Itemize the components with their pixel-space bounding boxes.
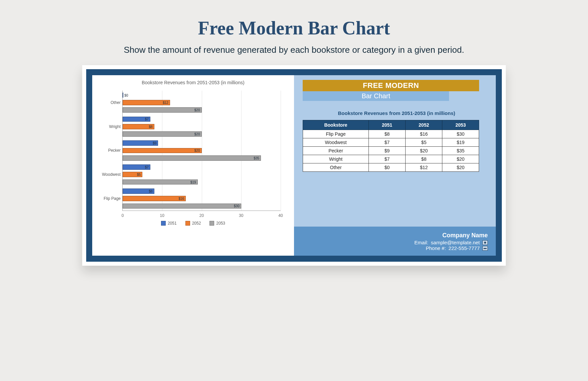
legend-item-2051: 2051	[161, 221, 177, 226]
table-cell: $19	[442, 138, 479, 147]
category-group: Wright$7$8$20	[123, 115, 281, 139]
bar: $5	[123, 172, 142, 177]
table-title: Bookstore Revenues from 2051-2053 (in mi…	[303, 110, 490, 116]
x-tick-label: 40	[278, 213, 283, 218]
table-cell: Wright	[303, 155, 369, 163]
y-axis-label: Woodwest	[97, 172, 121, 177]
table-row: Other$0$12$20	[303, 163, 479, 172]
chart-plot: 010203040Other$0$12$20Wright$7$8$20Pecke…	[96, 87, 291, 228]
category-group: Pecker$9$20$35	[123, 139, 281, 163]
table-cell: $9	[369, 147, 406, 155]
bar-set: $9$20$35	[123, 140, 281, 160]
legend-item-2052: 2052	[185, 221, 201, 226]
category-group: Other$0$12$20	[123, 91, 281, 115]
bar-wrap: $7	[123, 164, 281, 170]
bar: $9	[123, 140, 158, 146]
table-cell: $35	[442, 147, 479, 155]
x-tick-label: 0	[122, 213, 124, 218]
col-2052: 2052	[406, 120, 442, 130]
table-header-row: Bookstore 2051 2052 2053	[303, 120, 479, 130]
table-cell: $8	[406, 155, 442, 163]
col-2053: 2053	[442, 120, 479, 130]
bar-value-label: $0	[124, 93, 128, 97]
info-top: FREE MODERN Bar Chart Bookstore Revenues…	[294, 75, 496, 176]
chart-panel: Bookstore Revenues from 2051-2053 (in mi…	[92, 75, 294, 256]
subtitle-stripe: Bar Chart	[303, 91, 449, 101]
bar: $19	[123, 179, 198, 185]
bar-set: $7$5$19	[123, 164, 281, 184]
table-cell: Woodwest	[303, 138, 369, 147]
table-cell: $20	[406, 147, 442, 155]
page-subtitle: Show the amount of revenue generated by …	[0, 45, 588, 55]
table-cell: $5	[406, 138, 442, 147]
bar: $7	[123, 164, 150, 170]
table-cell: $7	[369, 155, 406, 163]
bar-wrap: $35	[123, 155, 281, 161]
bar-wrap: $9	[123, 140, 281, 146]
phone-label: Phone #:	[426, 245, 446, 251]
table-row: Woodwest$7$5$19	[303, 138, 479, 147]
bar-value-label: $12	[163, 101, 168, 104]
data-table: Bookstore 2051 2052 2053 Flip Page$8$16$…	[303, 120, 479, 172]
bar-value-label: $8	[149, 125, 152, 128]
bar-wrap: $0	[123, 93, 281, 98]
bar-value-label: $8	[149, 189, 152, 193]
bar-value-label: $9	[153, 141, 156, 145]
subtitle-stripe-text: Bar Chart	[361, 92, 390, 100]
table-row: Wright$7$8$20	[303, 155, 479, 163]
table-cell: Pecker	[303, 147, 369, 155]
email-line: Email: sample@template.net	[302, 240, 488, 245]
bar-set: $0$12$20	[123, 93, 281, 113]
bar-wrap: $20	[123, 148, 281, 153]
bar: $0	[123, 93, 123, 98]
bar-wrap: $20	[123, 131, 281, 137]
email-label: Email:	[414, 240, 428, 245]
bar: $16	[123, 196, 186, 201]
bar: $8	[123, 124, 154, 129]
table-cell: $8	[369, 130, 406, 138]
col-2051: 2051	[369, 120, 406, 130]
table-cell: $20	[442, 163, 479, 172]
x-tick-label: 30	[239, 213, 243, 218]
phone-line: Phone #: 222-555-7777	[302, 245, 488, 251]
table-cell: $0	[369, 163, 406, 172]
legend-item-2053: 2053	[209, 221, 225, 226]
bar-set: $7$8$20	[123, 117, 281, 137]
bar-wrap: $20	[123, 107, 281, 113]
bar-set: $8$16$30	[123, 188, 281, 209]
template-card: Bookstore Revenues from 2051-2053 (in mi…	[82, 65, 506, 266]
y-axis-label: Pecker	[97, 148, 121, 153]
card-frame: Bookstore Revenues from 2051-2053 (in mi…	[86, 69, 502, 262]
bar-wrap: $16	[123, 196, 281, 201]
bar-wrap: $19	[123, 179, 281, 185]
bar-value-label: $20	[194, 149, 200, 152]
bar-value-label: $30	[234, 204, 240, 208]
table-row: Flip Page$8$16$30	[303, 130, 479, 138]
bar-value-label: $19	[190, 180, 196, 184]
bar-wrap: $8	[123, 188, 281, 194]
bar: $20	[123, 131, 202, 137]
phone-icon	[482, 246, 488, 251]
chart-title: Bookstore Revenues from 2051-2053 (in mi…	[96, 80, 291, 85]
x-tick-label: 20	[199, 213, 204, 218]
col-bookstore: Bookstore	[303, 120, 369, 130]
bar: $7	[123, 117, 150, 122]
legend-label: 2053	[216, 221, 225, 226]
table-cell: Other	[303, 163, 369, 172]
bar-value-label: $20	[194, 108, 200, 112]
chart-legend: 2051 2052 2053	[96, 221, 291, 226]
bar-wrap: $5	[123, 172, 281, 177]
contact-block: Company Name Email: sample@template.net …	[294, 227, 496, 256]
bar-value-label: $35	[254, 156, 259, 160]
bar-wrap: $7	[123, 117, 281, 122]
table-cell: $7	[369, 138, 406, 147]
y-axis-label: Wright	[97, 124, 121, 129]
y-axis-label: Flip Page	[97, 196, 121, 201]
grid-line	[281, 91, 281, 211]
camera-icon	[482, 240, 488, 245]
table-cell: Flip Page	[303, 130, 369, 138]
bar: $30	[123, 204, 241, 209]
company-name: Company Name	[302, 232, 488, 239]
info-panel: FREE MODERN Bar Chart Bookstore Revenues…	[294, 75, 496, 256]
legend-label: 2052	[192, 221, 201, 226]
